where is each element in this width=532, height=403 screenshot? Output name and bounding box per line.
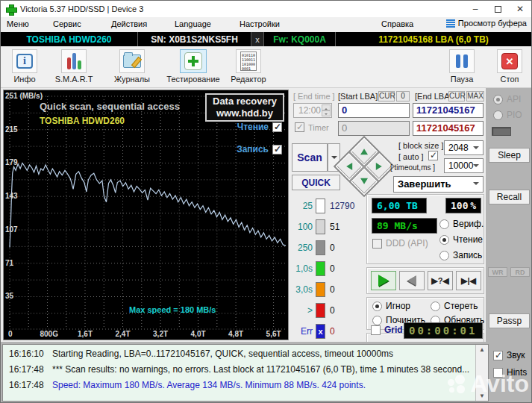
drive-model[interactable]: TOSHIBA HDWD260 xyxy=(1,32,138,46)
end-lba-label: [End LBA] xyxy=(415,92,452,101)
auto-checkbox[interactable] xyxy=(428,151,438,160)
read-checkbox[interactable] xyxy=(272,122,282,132)
scroll-down-icon[interactable]: ▼ xyxy=(479,393,485,399)
end-time-label: [ End time ] xyxy=(293,92,335,101)
menu-item-menu[interactable]: Меню xyxy=(7,19,29,28)
elapsed-lcd: 00:00:01 xyxy=(404,322,483,339)
testing-button[interactable]: Тестирование xyxy=(163,49,223,84)
play-icon xyxy=(378,275,389,287)
y-axis-tick: 143 xyxy=(5,192,18,200)
stop-button[interactable]: ✕ Стоп xyxy=(490,49,529,84)
pio-option[interactable]: PIO xyxy=(493,110,522,120)
seek-edge-button[interactable]: ▶|◀ xyxy=(456,271,481,290)
action-ignore[interactable]: Игнор xyxy=(372,301,410,311)
y-axis-tick: 107 xyxy=(5,225,18,234)
ddd-api[interactable]: DDD (API) xyxy=(372,238,428,249)
green-cross-icon xyxy=(184,52,202,70)
log-window[interactable]: 16:16:10 Starting Reading, LBA=0..117210… xyxy=(2,344,489,402)
start-lba-zero-button[interactable]: 0 xyxy=(396,91,410,101)
menu-item-help[interactable]: Справка xyxy=(381,19,413,28)
back-button[interactable] xyxy=(399,271,425,290)
wr-button[interactable]: WR xyxy=(488,267,507,277)
mode-verify[interactable]: Вериф. xyxy=(439,219,484,229)
scroll-up-icon[interactable]: ▲ xyxy=(479,346,485,353)
erase-radio xyxy=(431,302,440,311)
minimize-button[interactable]: – xyxy=(464,1,486,17)
counter-3s-box xyxy=(316,282,325,297)
smart-button[interactable]: S.M.A.R.T xyxy=(54,49,93,84)
x-axis-tick: 4,8T xyxy=(228,330,243,338)
quick-button[interactable]: QUICK xyxy=(292,175,340,190)
end-time-spinner[interactable]: 12:00 xyxy=(293,103,332,118)
end-lba-input[interactable]: 11721045167 xyxy=(413,103,484,118)
action-dropdown[interactable]: Завершить xyxy=(393,176,484,193)
menu-item-settings[interactable]: Настройки xyxy=(240,19,280,28)
rewind-icon xyxy=(407,275,416,286)
window-title: Victoria 5.37 HDD/SSD | Device 3 xyxy=(20,4,143,13)
left-arrow-icon xyxy=(346,163,352,170)
buffer-view-button[interactable]: Просмотр буфера xyxy=(446,19,527,28)
menu-item-actions[interactable]: Действия xyxy=(111,19,147,28)
log-row-2: 16:17:48 *** Scan results: no warnings, … xyxy=(3,362,488,377)
mode-read[interactable]: Чтение xyxy=(439,234,483,245)
block-size-dropdown[interactable]: 2048 xyxy=(444,140,484,155)
maximize-button[interactable] xyxy=(486,1,509,17)
control-panel: [ End time ] [Start LBA] CUR 0 [End LBA]… xyxy=(290,88,484,342)
pause-icon xyxy=(456,54,468,68)
counter-100-box xyxy=(316,219,325,234)
menu-item-service[interactable]: Сервис xyxy=(53,19,81,28)
counter-25: 2512790 xyxy=(290,198,365,214)
hints-toggle[interactable]: Hints xyxy=(493,367,527,378)
counter-3s: 3,0s0 xyxy=(290,281,365,298)
main-area: Quick scan, sequential access TOSHIBA HD… xyxy=(1,88,531,342)
speed-lcd: 89 MB/s xyxy=(372,218,437,234)
journals-button[interactable]: Журналы xyxy=(113,49,151,84)
y-axis-tick: 179 xyxy=(5,158,18,166)
read-radio xyxy=(439,235,449,245)
sleep-button[interactable]: Sleep xyxy=(489,148,530,163)
api-option[interactable]: API xyxy=(493,94,521,104)
ignore-radio xyxy=(372,302,382,311)
close-button[interactable]: ✕ xyxy=(509,1,531,17)
write-checkbox[interactable] xyxy=(272,145,282,154)
end-lba-max-button[interactable]: MAX xyxy=(466,91,484,101)
rd-button[interactable]: RD xyxy=(510,267,530,277)
timer-checkbox[interactable] xyxy=(295,122,304,132)
seek-error-icon: ▶?◀ xyxy=(431,276,449,286)
end-lba-cur-button[interactable]: CUR xyxy=(448,91,465,101)
info-button[interactable]: i Инфо xyxy=(5,49,44,84)
graph-title: Quick scan, sequential access xyxy=(40,101,180,112)
counter-250: 2500 xyxy=(290,240,365,256)
start-lba-input[interactable]: 0 xyxy=(338,103,410,118)
graph-watermark: Data recovery www.hdd.by xyxy=(205,93,284,122)
action-erase[interactable]: Стереть xyxy=(431,301,478,311)
down-arrow-icon xyxy=(360,178,368,184)
passp-button[interactable]: Passp xyxy=(489,313,530,328)
counter-err: Errx0 xyxy=(290,323,365,340)
verify-radio xyxy=(439,219,449,229)
grid-toggle[interactable]: Grid xyxy=(371,325,403,335)
recall-button[interactable]: Recall xyxy=(489,190,530,204)
start-lba-cur-button[interactable]: CUR xyxy=(378,91,395,101)
info-icon: i xyxy=(16,54,33,69)
last-block-field: 11721045167 xyxy=(413,121,484,136)
drive-info-bar: TOSHIBA HDWD260 SN: X0B1S2NKS5FH x Fw: K… xyxy=(1,32,531,46)
start-button[interactable] xyxy=(371,271,396,290)
scan-button[interactable]: Scan xyxy=(292,143,328,172)
counter-1s-box xyxy=(316,261,325,276)
sound-toggle[interactable]: Звук xyxy=(493,350,525,360)
timeout-dropdown[interactable]: 10000 xyxy=(444,158,484,173)
log-scrollbar[interactable]: ▲ ▼ xyxy=(475,345,488,401)
y-axis-tick: 251 (MB/s) xyxy=(5,92,43,100)
write-radio xyxy=(439,251,449,260)
max-speed-note: Max speed = 180 MB/s xyxy=(129,305,216,314)
drive-x-button[interactable]: x xyxy=(251,32,264,46)
y-axis-tick: 215 xyxy=(5,125,18,134)
menu-item-language[interactable]: Language xyxy=(175,19,211,28)
editor-button[interactable]: 010110 110011 101000 0001 Редактор xyxy=(228,49,269,84)
pause-button[interactable]: Пауза xyxy=(442,49,481,84)
seek-error-button[interactable]: ▶?◀ xyxy=(428,271,453,290)
app-window: Victoria 5.37 HDD/SSD | Device 3 – ✕ Мен… xyxy=(0,0,532,403)
seek-pad[interactable] xyxy=(334,136,395,197)
mode-write[interactable]: Запись xyxy=(439,250,482,260)
